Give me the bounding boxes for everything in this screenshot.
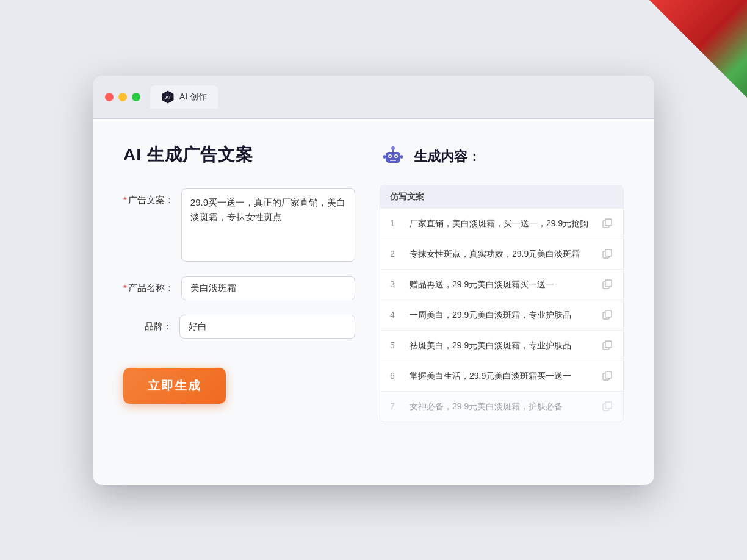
row-text: 一周美白，29.9元美白淡斑霜，专业护肤品 (410, 309, 594, 321)
decorative-corner (649, 0, 747, 98)
table-row: 4一周美白，29.9元美白淡斑霜，专业护肤品 (380, 300, 623, 331)
svg-rect-2 (386, 152, 400, 163)
svg-rect-17 (605, 280, 612, 287)
ad-copy-input[interactable] (181, 188, 355, 262)
svg-rect-23 (605, 372, 612, 378)
svg-rect-21 (605, 341, 612, 348)
row-number: 3 (390, 279, 402, 289)
row-text: 厂家直销，美白淡斑霜，买一送一，29.9元抢购 (410, 217, 594, 230)
results-table: 1厂家直销，美白淡斑霜，买一送一，29.9元抢购2专抹女性斑点，真实功效，29.… (380, 209, 623, 422)
copy-icon[interactable] (601, 248, 613, 260)
svg-point-5 (389, 155, 391, 157)
row-text: 赠品再送，29.9元美白淡斑霜买一送一 (410, 278, 594, 291)
table-row: 3赠品再送，29.9元美白淡斑霜买一送一 (380, 270, 623, 300)
copy-icon[interactable] (601, 400, 613, 412)
traffic-lights (105, 93, 140, 101)
svg-rect-19 (605, 311, 612, 317)
generate-button[interactable]: 立即生成 (123, 368, 226, 404)
brand-input[interactable] (179, 315, 355, 339)
copy-icon[interactable] (601, 339, 613, 351)
table-row: 1厂家直销，美白淡斑霜，买一送一，29.9元抢购 (380, 209, 623, 239)
row-text: 祛斑美白，29.9元美白淡斑霜，专业护肤品 (410, 339, 594, 352)
copy-icon[interactable] (601, 278, 613, 290)
copy-icon[interactable] (601, 370, 613, 382)
row-number: 2 (390, 249, 402, 259)
browser-window: AI AI 创作 AI 生成广告文案 *广告文案： *产品名称： (93, 76, 654, 485)
page-title: AI 生成广告文案 (123, 143, 355, 167)
required-mark-2: * (123, 282, 127, 293)
right-title: 生成内容： (414, 148, 481, 166)
maximize-button[interactable] (132, 93, 140, 101)
row-number: 6 (390, 371, 402, 381)
ai-tab-icon: AI (161, 90, 175, 104)
product-name-input[interactable] (181, 276, 355, 300)
right-panel: 生成内容： 仿写文案 1厂家直销，美白淡斑霜，买一送一，29.9元抢购2专抹女性… (380, 143, 624, 461)
robot-icon (380, 143, 406, 170)
table-row: 6掌握美白生活，29.9元美白淡斑霜买一送一 (380, 361, 623, 392)
brand-label: 品牌： (123, 315, 172, 332)
row-text: 女神必备，29.9元美白淡斑霜，护肤必备 (410, 400, 594, 413)
ai-creation-tab[interactable]: AI AI 创作 (150, 85, 218, 109)
svg-rect-13 (605, 219, 612, 226)
row-text: 专抹女性斑点，真实功效，29.9元美白淡斑霜 (410, 248, 594, 260)
results-header: 仿写文案 (380, 185, 623, 209)
close-button[interactable] (105, 93, 114, 101)
svg-point-6 (395, 155, 397, 157)
row-number: 4 (390, 310, 402, 320)
row-number: 5 (390, 340, 402, 350)
svg-rect-15 (605, 249, 612, 256)
row-number: 1 (390, 218, 402, 228)
left-panel: AI 生成广告文案 *广告文案： *产品名称： 品牌： 立即生成 (123, 143, 355, 461)
copy-icon[interactable] (601, 217, 613, 229)
tab-label: AI 创作 (179, 92, 207, 102)
minimize-button[interactable] (118, 93, 127, 101)
main-content: AI 生成广告文案 *广告文案： *产品名称： 品牌： 立即生成 (93, 119, 654, 485)
right-header: 生成内容： (380, 143, 624, 170)
row-number: 7 (390, 401, 402, 411)
results-container: 仿写文案 1厂家直销，美白淡斑霜，买一送一，29.9元抢购2专抹女性斑点，真实功… (380, 185, 624, 422)
table-row: 5祛斑美白，29.9元美白淡斑霜，专业护肤品 (380, 331, 623, 361)
svg-rect-11 (400, 155, 403, 159)
row-text: 掌握美白生活，29.9元美白淡斑霜买一送一 (410, 370, 594, 382)
svg-rect-10 (383, 155, 386, 159)
ad-copy-label: *广告文案： (123, 188, 174, 206)
brand-group: 品牌： (123, 315, 355, 339)
ad-copy-group: *广告文案： (123, 188, 355, 262)
required-mark: * (123, 195, 127, 205)
svg-rect-25 (605, 402, 612, 409)
product-name-group: *产品名称： (123, 276, 355, 300)
svg-point-9 (391, 146, 395, 150)
svg-rect-7 (390, 160, 396, 161)
product-name-label: *产品名称： (123, 276, 174, 294)
copy-icon[interactable] (601, 309, 613, 321)
table-row: 2专抹女性斑点，真实功效，29.9元美白淡斑霜 (380, 239, 623, 270)
svg-text:AI: AI (165, 95, 171, 101)
table-row: 7女神必备，29.9元美白淡斑霜，护肤必备 (380, 392, 623, 422)
title-bar: AI AI 创作 (93, 76, 654, 119)
